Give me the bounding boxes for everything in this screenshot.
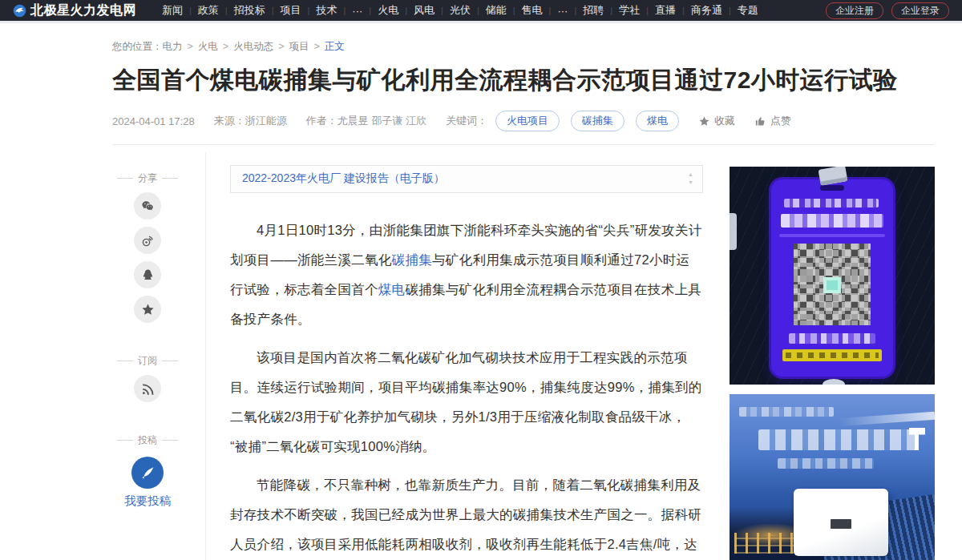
nav-item-4[interactable]: 技术 [309, 3, 343, 18]
lanyard-qr-badge-banner[interactable] [730, 167, 935, 385]
nav-item-5[interactable]: ··· [346, 5, 369, 17]
article-meta: 2024-04-01 17:28 来源：浙江能源 作者：尤晨昱 邵子谦 江欣 关… [112, 111, 810, 131]
inline-link[interactable]: 碳捕集 [392, 252, 432, 267]
banner-side-tab-graphic [730, 213, 737, 250]
pixelated-text-row [784, 199, 879, 207]
main-nav: 新闻|政策|招投标|项目|技术|···|火电|风电|光伏|储能|售电|···|招… [156, 3, 819, 18]
breadcrumb-separator: > [223, 41, 228, 52]
ticker-up-icon[interactable]: ▲ [688, 171, 693, 179]
collect-button[interactable]: 收藏 [698, 114, 735, 128]
weibo-share-button[interactable] [134, 227, 161, 254]
keyword-tag[interactable]: 煤电 [636, 111, 679, 131]
dash-line [117, 361, 133, 361]
qzone-star-icon [140, 302, 156, 317]
paragraph-text: 节能降碳，不只靠种树，也靠新质生产力。目前，随着二氧化碳捕集利用及封存技术不断突… [230, 477, 701, 560]
article-paragraph: 4月1日10时13分，由浙能集团旗下浙能科环牵头实施的省“尖兵”研发攻关计划项目… [230, 216, 703, 334]
wechat-share-button[interactable] [134, 192, 161, 220]
pixelated-text-row [789, 333, 875, 344]
keyword-tag[interactable]: 火电项目 [495, 111, 560, 131]
polar-star-logo-icon [13, 4, 26, 18]
keywords-label: 关键词： [446, 114, 487, 128]
qzone-star-share-button[interactable] [134, 296, 161, 323]
nav-item-0[interactable]: 新闻 [156, 3, 189, 18]
site-logo[interactable]: 北极星火力发电网 [13, 2, 136, 19]
nav-item-8[interactable]: 光伏 [443, 3, 477, 18]
like-button[interactable]: 点赞 [754, 114, 791, 128]
yellow-caption-bar [782, 349, 882, 361]
submit-article-link[interactable]: 我要投稿 [112, 494, 183, 509]
login-button[interactable]: 企业登录 [891, 2, 949, 19]
inverter-device-graphic [794, 489, 888, 556]
ticker-down-icon[interactable]: ▼ [688, 179, 693, 187]
nav-item-16[interactable]: 专题 [731, 3, 765, 18]
pen-share-button[interactable] [131, 457, 164, 489]
nav-item-1[interactable]: 政策 [192, 3, 225, 18]
breadcrumb-prefix: 您的位置： [112, 41, 163, 52]
keyword-tag[interactable]: 碳捕集 [571, 111, 624, 131]
breadcrumb-link[interactable]: 电力 [163, 41, 183, 52]
site-name: 北极星火力发电网 [30, 2, 136, 19]
rail-divider [205, 152, 206, 560]
pixelated-text-row [739, 407, 834, 417]
publish-date: 2024-04-01 17:28 [112, 115, 195, 127]
nav-item-3[interactable]: 项目 [274, 3, 308, 18]
article-body: 4月1日10时13分，由浙能集团旗下浙能科环牵头实施的省“尖兵”研发攻关计划项目… [230, 216, 703, 560]
keyword-pills: 火电项目碳捕集煤电 [495, 111, 679, 131]
nav-item-13[interactable]: 学社 [612, 3, 646, 18]
report-ticker-link[interactable]: 2022-2023年火电厂 建设报告（电子版） [242, 171, 445, 184]
nav-item-15[interactable]: 商务通 [685, 3, 729, 18]
breadcrumb-link[interactable]: 火电 [198, 41, 218, 52]
ticker-scroll-arrows[interactable]: ▲ ▼ [688, 171, 693, 187]
nav-item-7[interactable]: 风电 [407, 3, 441, 18]
share-rail: 分享订阅投稿我要投稿 [112, 165, 183, 509]
pen-icon [139, 464, 156, 481]
top-navigation-bar: 北极星火力发电网 新闻|政策|招投标|项目|技术|···|火电|风电|光伏|储能… [0, 0, 962, 21]
dash-line [162, 178, 178, 179]
qr-center-logo [823, 277, 841, 293]
inline-link[interactable]: 煤电 [378, 282, 406, 296]
breadcrumb-separator: > [188, 41, 193, 52]
rss-icon [140, 381, 156, 397]
nav-item-6[interactable]: 火电 [371, 3, 405, 18]
paragraph-text: 该项目是国内首次将二氧化碳矿化加气砌块技术应用于工程实践的示范项目。连续运行试验… [230, 350, 702, 453]
nav-item-10[interactable]: 售电 [515, 3, 549, 18]
breadcrumb-link[interactable]: 项目 [289, 41, 309, 52]
weibo-icon [140, 233, 156, 248]
author: 作者：尤晨昱 邵子谦 江欣 [306, 114, 426, 128]
rail-section-label: 订阅 [117, 354, 178, 368]
pixelated-text-row [778, 458, 874, 469]
breadcrumb: 您的位置：电力>火电>火电动态>项目>正文 [112, 40, 345, 54]
article-paragraph: 节能降碳，不只靠种树，也靠新质生产力。目前，随着二氧化碳捕集利用及封存技术不断突… [230, 470, 703, 560]
nav-item-14[interactable]: 直播 [649, 3, 682, 18]
rail-gap [112, 409, 183, 427]
breadcrumb-items: 电力>火电>火电动态>项目>正文 [163, 41, 345, 52]
thumb-up-icon [754, 115, 766, 127]
breadcrumb-separator: > [313, 41, 319, 52]
nav-item-2[interactable]: 招投标 [228, 3, 272, 18]
nav-item-9[interactable]: 储能 [479, 3, 513, 18]
breadcrumb-separator: > [278, 41, 284, 52]
article-column: 2022-2023年火电厂 建设报告（电子版） ▲ ▼ 4月1日10时13分，由… [230, 165, 703, 560]
rail-gap [112, 330, 183, 348]
light-streak-graphic [839, 412, 935, 426]
source: 来源：浙江能源 [214, 114, 287, 128]
pixelated-text-row [781, 214, 883, 228]
dash-line [117, 440, 133, 441]
header-divider [112, 144, 935, 145]
badge-card-graphic [771, 179, 893, 377]
topbar-shadow-strip [0, 21, 962, 23]
qr-code-graphic [794, 244, 871, 325]
wechat-icon [140, 199, 156, 214]
dash-line [117, 178, 133, 179]
solar-inverter-banner[interactable] [730, 394, 935, 560]
report-ticker: 2022-2023年火电厂 建设报告（电子版） ▲ ▼ [230, 165, 703, 193]
breadcrumb-link[interactable]: 火电动态 [233, 41, 273, 52]
breadcrumb-current: 正文 [325, 41, 345, 52]
pixelated-headline-row [758, 429, 919, 450]
nav-item-11[interactable]: ··· [551, 5, 574, 17]
register-button[interactable]: 企业注册 [826, 2, 883, 19]
page-title: 全国首个煤电碳捕集与矿化利用全流程耦合示范项目通过72小时运行试验 [112, 66, 926, 95]
rss-share-button[interactable] [134, 375, 161, 402]
qq-share-button[interactable] [134, 261, 161, 288]
nav-item-12[interactable]: 招聘 [576, 3, 610, 18]
